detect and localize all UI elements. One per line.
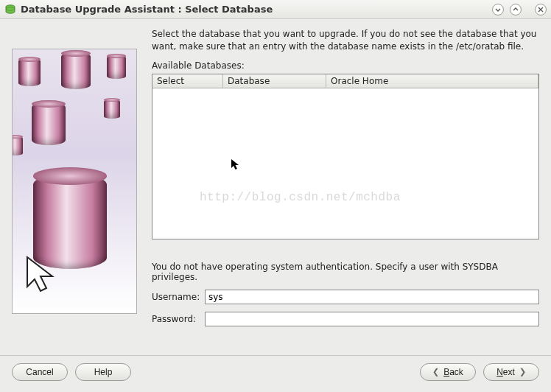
column-database[interactable]: Database [223,74,326,88]
databases-table[interactable]: Select Database Oracle Home http://blog.… [152,74,539,239]
column-select[interactable]: Select [152,74,223,88]
footer: Cancel Help ❮ Back Next ❯ [0,355,551,388]
mouse-cursor-icon [231,158,241,172]
app-icon [4,4,16,15]
password-input[interactable] [205,312,539,326]
username-input[interactable] [205,290,539,304]
cancel-button[interactable]: Cancel [12,363,68,381]
main-panel: Select the database that you want to upg… [137,28,539,355]
close-button[interactable] [535,4,547,15]
username-row: Username: [152,290,539,304]
content-area: Select the database that you want to upg… [0,19,551,355]
wizard-image-panel [12,49,137,314]
window-title: Database Upgrade Assistant : Select Data… [21,4,492,15]
back-button[interactable]: ❮ Back [420,363,476,381]
auth-message: You do not have operating system authent… [152,262,539,282]
titlebar: Database Upgrade Assistant : Select Data… [0,0,551,19]
username-label: Username: [152,292,205,302]
next-button[interactable]: Next ❯ [483,363,539,381]
window-controls [492,4,547,15]
help-button[interactable]: Help [75,363,131,381]
minimize-button[interactable] [492,4,504,15]
chevron-left-icon: ❮ [432,367,439,377]
password-row: Password: [152,312,539,326]
watermark-text: http://blog.csdn.net/mchdba [200,191,401,204]
table-header: Select Database Oracle Home [152,74,538,88]
available-databases-label: Available Databases: [152,60,539,71]
maximize-button[interactable] [510,4,522,15]
column-oracle-home[interactable]: Oracle Home [326,74,538,88]
password-label: Password: [152,314,205,324]
intro-text: Select the database that you want to upg… [152,28,539,53]
chevron-right-icon: ❯ [519,367,526,377]
